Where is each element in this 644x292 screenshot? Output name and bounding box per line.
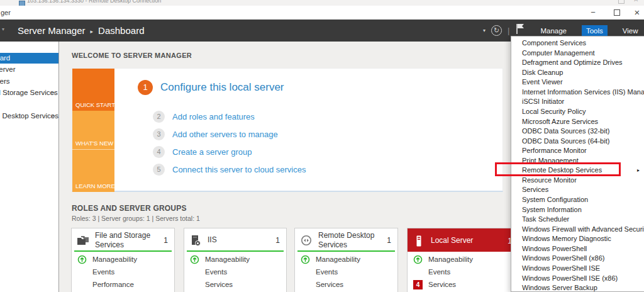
tools-menu-item-windows-powershell-ise-x86[interactable]: Windows PowerShell ISE (x86): [511, 274, 644, 284]
tile-count: 1: [164, 236, 168, 245]
tools-menu-item-resource-monitor[interactable]: Resource Monitor: [511, 176, 644, 186]
tile-row-events[interactable]: Events: [184, 266, 286, 278]
breadcrumb-page[interactable]: Dashboard: [98, 25, 144, 36]
notifications-flag-icon[interactable]: [516, 23, 525, 36]
whats-new-label: WHAT'S NEW: [75, 140, 113, 147]
step-configure-local-server[interactable]: 1 Configure this local server: [138, 80, 284, 95]
window-title-fragment: ger: [1, 6, 11, 20]
breadcrumb-app[interactable]: Server Manager: [18, 25, 86, 36]
step-label[interactable]: Connect this server to cloud services: [172, 165, 306, 174]
minimize-button[interactable]: −: [584, 6, 602, 20]
tile-row-performance[interactable]: Performance: [72, 278, 174, 291]
tile-row-manageability[interactable]: Manageability: [184, 253, 286, 266]
tile-row-label: Events: [205, 268, 227, 276]
tile-header: File and Storage Services1: [72, 228, 174, 250]
menubar-manage[interactable]: Manage: [536, 25, 571, 36]
tile-row-manageability[interactable]: Manageability: [72, 253, 174, 266]
sidebar-item-local-server[interactable]: Local Server: [0, 64, 59, 75]
quick-start-block[interactable]: QUICK START: [72, 69, 114, 111]
tools-menu-item-print-management[interactable]: Print Management: [511, 156, 644, 166]
tile-header: Remote Desktop Services1: [295, 228, 397, 250]
nav-sidebar: DashboardLocal ServerAll ServersFile and…: [0, 42, 59, 292]
tools-menu-item-windows-powershell-x86[interactable]: Windows PowerShell (x86): [511, 254, 644, 264]
tools-menu-item-defragment-and-optimize-drives[interactable]: Defragment and Optimize Drives: [511, 58, 644, 68]
sidebar-item-iis[interactable]: IIS: [0, 99, 59, 110]
tile-row-manageability[interactable]: Manageability: [295, 253, 397, 266]
tile-remote-desktop-services[interactable]: Remote Desktop Services1ManageabilityEve…: [294, 228, 398, 292]
step-label[interactable]: Add roles and features: [172, 112, 255, 121]
sidebar-item-all-servers[interactable]: All Servers: [0, 76, 59, 87]
tile-row-services[interactable]: 4Services: [408, 278, 518, 291]
tools-menu-item-services[interactable]: Services: [511, 185, 644, 195]
welcome-heading: WELCOME TO SERVER MANAGER: [72, 52, 192, 59]
sidebar-item-dashboard[interactable]: Dashboard: [0, 53, 59, 64]
tile-count: 1: [387, 236, 391, 245]
tile-row-events[interactable]: Events: [72, 266, 174, 278]
tools-menu-item-odbc-data-sources-32-bit[interactable]: ODBC Data Sources (32-bit): [511, 126, 644, 137]
refresh-icon[interactable]: ↻: [491, 25, 502, 36]
tools-menu-item-local-security-policy[interactable]: Local Security Policy: [511, 107, 644, 117]
sidebar-item-file-and-storage-services[interactable]: File and Storage Services▷: [0, 87, 59, 98]
tools-menu-item-windows-powershell[interactable]: Windows PowerShell: [511, 244, 644, 254]
tools-menu-item-computer-management[interactable]: Computer Management: [511, 48, 644, 59]
expand-arrow-icon[interactable]: ▷: [52, 87, 55, 98]
tile-file-and-storage-services[interactable]: File and Storage Services1ManageabilityE…: [71, 228, 175, 292]
learn-more-label: LEARN MORE: [75, 182, 115, 189]
expand-arrow-icon[interactable]: ▷: [52, 111, 55, 121]
tools-menu-item-internet-information-services-iis-manager[interactable]: Internet Information Services (IIS) Mana…: [511, 87, 644, 98]
sidebar-item-remote-desktop-services[interactable]: Remote Desktop Services▷: [0, 111, 59, 121]
tools-menu-item-performance-monitor[interactable]: Performance Monitor: [511, 146, 644, 156]
menubar-tools[interactable]: Tools: [582, 25, 608, 36]
step-label[interactable]: Create a server group: [172, 147, 252, 157]
tile-row-events[interactable]: Events: [295, 266, 397, 278]
tile-row-manageability[interactable]: Manageability: [408, 253, 518, 266]
step-label[interactable]: Configure this local server: [160, 81, 284, 94]
tools-menu-item-microsoft-azure-services[interactable]: Microsoft Azure Services: [511, 117, 644, 127]
tools-menu-item-system-information[interactable]: System Information: [511, 205, 644, 215]
tile-title: IIS: [208, 235, 275, 245]
step-create-a-server-group[interactable]: 4Create a server group: [153, 143, 306, 160]
tools-menu-item-windows-server-backup[interactable]: Windows Server Backup: [511, 283, 644, 292]
tile-row-services[interactable]: Services: [184, 278, 286, 291]
tile-local-server[interactable]: Local Server1ManageabilityEvents4Service…: [407, 228, 519, 292]
breadcrumb: Server Manager ▸ Dashboard: [18, 20, 144, 42]
tools-menu-item-windows-firewall-with-advanced-security[interactable]: Windows Firewall with Advanced Security: [511, 225, 644, 235]
toolbar-divider: |: [508, 26, 509, 35]
window-titlebar: ger − ×: [0, 6, 644, 20]
maximize-button[interactable]: [608, 6, 626, 20]
tile-row-label: Performance: [92, 281, 134, 288]
tools-menu-item-remote-desktop-services[interactable]: Remote Desktop Services▸: [511, 166, 644, 176]
maximize-icon: [614, 9, 620, 16]
tools-menu-item-windows-powershell-ise[interactable]: Windows PowerShell ISE: [511, 264, 644, 274]
step-connect-this-server-to-cloud-services[interactable]: 5Connect this server to cloud services: [153, 160, 306, 178]
rdp-maximize-icon[interactable]: [618, 0, 625, 4]
server-manager-screen: 103.136.136.134:3330 - Remote Desktop Co…: [0, 0, 644, 292]
tile-iis[interactable]: IIS1ManageabilityEventsServices: [184, 228, 287, 292]
tools-menu-item-disk-cleanup[interactable]: Disk Cleanup: [511, 68, 644, 78]
whats-new-block[interactable]: WHAT'S NEW: [72, 111, 114, 149]
folders-icon: [77, 234, 89, 247]
tools-menu-item-event-viewer[interactable]: Event Viewer: [511, 77, 644, 87]
tile-row-events[interactable]: Events: [408, 266, 518, 278]
tile-row-label: Manageability: [428, 256, 473, 263]
close-button[interactable]: ×: [628, 6, 644, 20]
step-number-badge: 4: [153, 146, 165, 158]
step-label[interactable]: Add other servers to manage: [172, 130, 278, 139]
tools-menu-item-system-configuration[interactable]: System Configuration: [511, 195, 644, 205]
rdp-close-icon[interactable]: ✕: [633, 0, 638, 3]
tools-menu-item-odbc-data-sources-64-bit[interactable]: ODBC Data Sources (64-bit): [511, 137, 644, 147]
server-icon: [413, 235, 425, 247]
tools-menu-item-component-services[interactable]: Component Services: [511, 38, 644, 48]
menubar-view[interactable]: View: [618, 25, 643, 36]
tools-menu-item-windows-memory-diagnostic[interactable]: Windows Memory Diagnostic: [511, 234, 644, 244]
back-caret-icon[interactable]: ▾: [2, 26, 4, 32]
learn-more-block[interactable]: LEARN MORE: [72, 149, 114, 192]
tools-menu-item-task-scheduler[interactable]: Task Scheduler: [511, 215, 644, 225]
tile-row-label: Manageability: [316, 256, 360, 263]
up-status-icon: [413, 255, 423, 264]
step-add-other-servers-to-manage[interactable]: 3Add other servers to manage: [153, 125, 306, 143]
tools-menu-item-iscsi-initiator[interactable]: iSCSI Initiator: [511, 97, 644, 107]
tile-row-services[interactable]: Services: [295, 278, 397, 291]
step-add-roles-and-features[interactable]: 2Add roles and features: [153, 108, 306, 125]
dropdown-caret-icon[interactable]: ▾: [483, 28, 486, 33]
